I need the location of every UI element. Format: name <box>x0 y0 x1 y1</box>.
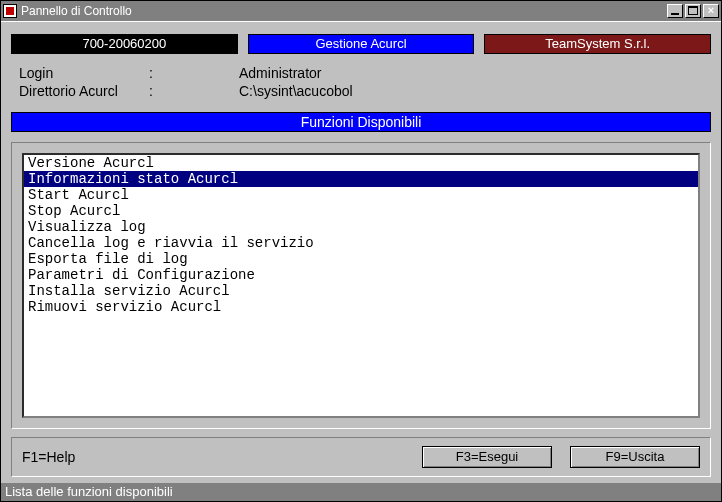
list-item[interactable]: Parametri di Configurazione <box>24 267 698 283</box>
version-bar: 700-20060200 <box>11 34 238 54</box>
maximize-button[interactable] <box>685 4 701 18</box>
functions-frame: Versione AcurclInformazioni stato Acurcl… <box>11 142 711 429</box>
client-area: 700-20060200 Gestione Acurcl TeamSystem … <box>1 21 721 483</box>
module-bar: Gestione Acurcl <box>248 34 475 54</box>
directory-colon: : <box>149 82 239 100</box>
list-item[interactable]: Visualizza log <box>24 219 698 235</box>
exit-button[interactable]: F9=Uscita <box>570 446 700 468</box>
login-colon: : <box>149 64 239 82</box>
button-bar: F1=Help F3=Esegui F9=Uscita <box>11 437 711 477</box>
close-button[interactable]: × <box>703 4 719 18</box>
list-item[interactable]: Versione Acurcl <box>24 155 698 171</box>
titlebar: Pannello di Controllo × <box>1 1 721 21</box>
login-value: Administrator <box>239 64 703 82</box>
list-item[interactable]: Cancella log e riavvia il servizio <box>24 235 698 251</box>
list-item[interactable]: Rimuovi servizio Acurcl <box>24 299 698 315</box>
directory-value: C:\sysint\acucobol <box>239 82 703 100</box>
list-item[interactable]: Stop Acurcl <box>24 203 698 219</box>
list-item[interactable]: Informazioni stato Acurcl <box>24 171 698 187</box>
help-label: F1=Help <box>22 449 404 465</box>
vendor-bar: TeamSystem S.r.l. <box>484 34 711 54</box>
directory-row: Direttorio Acurcl : C:\sysint\acucobol <box>19 82 703 100</box>
directory-label: Direttorio Acurcl <box>19 82 149 100</box>
window-controls: × <box>665 4 719 18</box>
functions-listbox[interactable]: Versione AcurclInformazioni stato Acurcl… <box>22 153 700 418</box>
header-bars: 700-20060200 Gestione Acurcl TeamSystem … <box>1 22 721 60</box>
info-panel: Login : Administrator Direttorio Acurcl … <box>1 60 721 110</box>
app-icon <box>3 4 17 18</box>
login-label: Login <box>19 64 149 82</box>
main-window: Pannello di Controllo × 700-20060200 Ges… <box>0 0 722 502</box>
execute-button[interactable]: F3=Esegui <box>422 446 552 468</box>
list-item[interactable]: Start Acurcl <box>24 187 698 203</box>
status-bar: Lista delle funzioni disponibili <box>1 483 721 501</box>
list-item[interactable]: Installa servizio Acurcl <box>24 283 698 299</box>
minimize-button[interactable] <box>667 4 683 18</box>
window-title: Pannello di Controllo <box>21 4 665 18</box>
list-item[interactable]: Esporta file di log <box>24 251 698 267</box>
functions-header: Funzioni Disponibili <box>11 112 711 132</box>
login-row: Login : Administrator <box>19 64 703 82</box>
